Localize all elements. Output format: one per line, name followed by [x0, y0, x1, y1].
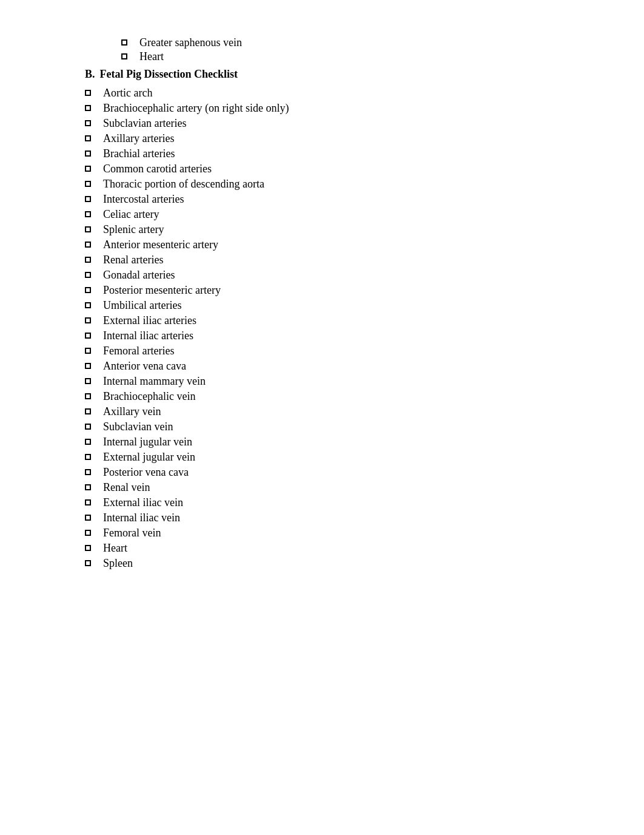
checklist-item-29: Femoral vein	[103, 527, 161, 539]
bullet-icon	[85, 196, 91, 202]
checklist-item-18: Anterior vena cava	[103, 360, 186, 373]
bullet-icon	[85, 333, 91, 339]
section-letter: B.	[85, 68, 95, 80]
bullet-icon	[85, 469, 91, 475]
bullet-icon	[85, 378, 91, 384]
checklist-item-2: Subclavian arteries	[103, 117, 186, 130]
checklist-item-4: Brachial arteries	[103, 147, 175, 160]
checklist-item-5: Common carotid arteries	[103, 163, 212, 175]
checklist-item-7: Intercostal arteries	[103, 193, 184, 206]
checklist-item-8: Celiac artery	[103, 208, 159, 221]
checklist-item-3: Axillary arteries	[103, 132, 174, 145]
bullet-icon	[85, 499, 91, 505]
list-item: Aortic arch	[85, 87, 595, 100]
checklist-item-16: Internal iliac arteries	[103, 330, 193, 342]
bullet-icon	[85, 166, 91, 172]
list-item: Subclavian vein	[85, 421, 595, 433]
list-item: Renal vein	[85, 481, 595, 494]
bullet-icon	[85, 348, 91, 354]
list-item: Femoral vein	[85, 527, 595, 539]
list-item: Subclavian arteries	[85, 117, 595, 130]
list-item: Anterior vena cava	[85, 360, 595, 373]
list-item: Posterior vena cava	[85, 466, 595, 479]
bullet-icon	[85, 105, 91, 111]
list-item: Renal arteries	[85, 254, 595, 266]
checklist-item-9: Splenic artery	[103, 223, 164, 236]
list-item: Anterior mesenteric artery	[85, 238, 595, 251]
bullet-icon	[85, 424, 91, 430]
checklist-item-27: External iliac vein	[103, 496, 183, 509]
bullet-icon	[85, 257, 91, 263]
checklist-item-14: Umbilical arteries	[103, 299, 181, 312]
checklist: Aortic archBrachiocephalic artery (on ri…	[85, 87, 595, 570]
bullet-icon	[85, 530, 91, 536]
checklist-item-22: Subclavian vein	[103, 421, 173, 433]
list-item: Posterior mesenteric artery	[85, 284, 595, 297]
checklist-item-12: Gonadal arteries	[103, 269, 175, 282]
bullet-icon	[85, 545, 91, 551]
bullet-icon	[85, 363, 91, 369]
bullet-icon	[85, 317, 91, 323]
checklist-item-0: Aortic arch	[103, 87, 152, 100]
bullet-icon	[85, 135, 91, 141]
checklist-item-10: Anterior mesenteric artery	[103, 238, 218, 251]
intro-item-1: Greater saphenous vein	[139, 36, 242, 49]
list-item: Internal mammary vein	[85, 375, 595, 388]
bullet-icon	[85, 484, 91, 490]
list-item: Heart	[85, 50, 595, 63]
list-item: Internal iliac vein	[85, 512, 595, 524]
checklist-item-15: External iliac arteries	[103, 314, 196, 327]
list-item: Greater saphenous vein	[85, 36, 595, 49]
bullet-icon	[85, 515, 91, 521]
bullet-icon	[85, 90, 91, 96]
checklist-item-17: Femoral arteries	[103, 345, 174, 357]
checklist-item-24: External jugular vein	[103, 451, 195, 464]
bullet-icon	[85, 226, 91, 232]
list-item: External iliac vein	[85, 496, 595, 509]
list-item: Splenic artery	[85, 223, 595, 236]
bullet-icon	[85, 242, 91, 248]
checklist-item-25: Posterior vena cava	[103, 466, 189, 479]
intro-list: Greater saphenous vein Heart	[85, 36, 595, 63]
bullet-icon	[85, 408, 91, 414]
checklist-item-11: Renal arteries	[103, 254, 163, 266]
list-item: Brachiocephalic vein	[85, 390, 595, 403]
list-item: Heart	[85, 542, 595, 555]
checklist-item-30: Heart	[103, 542, 127, 555]
bullet-icon	[85, 302, 91, 308]
list-item: External jugular vein	[85, 451, 595, 464]
bullet-icon	[85, 120, 91, 126]
list-item: Celiac artery	[85, 208, 595, 221]
checklist-item-23: Internal jugular vein	[103, 436, 192, 448]
list-item: Axillary vein	[85, 405, 595, 418]
bullet-icon	[85, 272, 91, 278]
list-item: Intercostal arteries	[85, 193, 595, 206]
intro-item-2: Heart	[139, 50, 164, 63]
list-item: Gonadal arteries	[85, 269, 595, 282]
checklist-item-20: Brachiocephalic vein	[103, 390, 195, 403]
list-item: Femoral arteries	[85, 345, 595, 357]
list-item: Axillary arteries	[85, 132, 595, 145]
bullet-icon	[121, 39, 127, 46]
bullet-icon	[85, 560, 91, 566]
list-item: Internal jugular vein	[85, 436, 595, 448]
bullet-icon	[85, 393, 91, 399]
list-item: Brachial arteries	[85, 147, 595, 160]
bullet-icon	[85, 181, 91, 187]
bullet-icon	[85, 287, 91, 293]
bullet-icon	[85, 439, 91, 445]
list-item: Internal iliac arteries	[85, 330, 595, 342]
checklist-item-6: Thoracic portion of descending aorta	[103, 178, 264, 191]
bullet-icon	[85, 211, 91, 217]
bullet-icon	[85, 454, 91, 460]
list-item: Spleen	[85, 557, 595, 570]
list-item: Common carotid arteries	[85, 163, 595, 175]
bullet-icon	[121, 53, 127, 59]
checklist-item-28: Internal iliac vein	[103, 512, 180, 524]
checklist-item-13: Posterior mesenteric artery	[103, 284, 221, 297]
list-item: Brachiocephalic artery (on right side on…	[85, 102, 595, 115]
list-item: Thoracic portion of descending aorta	[85, 178, 595, 191]
checklist-item-31: Spleen	[103, 557, 133, 570]
checklist-item-19: Internal mammary vein	[103, 375, 206, 388]
bullet-icon	[85, 150, 91, 157]
